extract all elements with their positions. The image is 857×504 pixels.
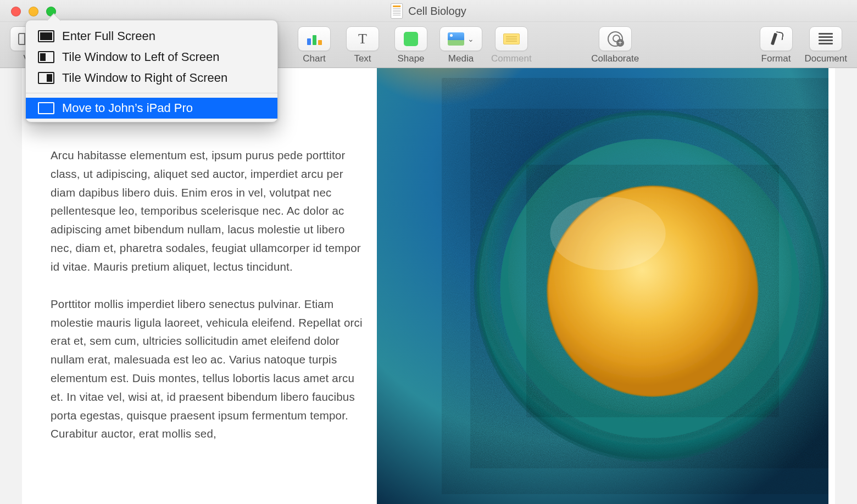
window-titlebar: Cell Biology [0,0,857,22]
menu-item-enter-full-screen[interactable]: Enter Full Screen [26,26,277,47]
toolbar-item-format[interactable]: Format [756,26,796,64]
tile-right-icon [38,72,54,84]
document-image[interactable] [377,91,806,481]
document-panel-icon [819,33,833,44]
text-icon: T [358,32,367,46]
toolbar-item-text[interactable]: T Text [343,26,382,64]
menu-item-move-to-ipad[interactable]: Move to John’s iPad Pro [26,98,277,119]
toolbar-label-document: Document [805,53,847,64]
fullscreen-icon [38,30,54,42]
toolbar-label-media: Media [448,53,474,64]
toolbar-label-chart: Chart [303,53,326,64]
menu-item-label: Tile Window to Left of Screen [62,50,220,64]
shape-icon [404,32,418,46]
media-icon: ⌄ [448,32,474,46]
document-canvas: Arcu habitasse elementum est, ipsum puru… [22,68,835,504]
menu-item-tile-left[interactable]: Tile Window to Left of Screen [26,47,277,68]
chevron-down-icon: ⌄ [468,35,474,43]
toolbar-label-shape: Shape [397,53,424,64]
document-icon [391,3,403,19]
svg-point-7 [550,197,665,270]
menu-item-label: Enter Full Screen [62,29,155,43]
sidecar-move-icon [38,102,54,114]
collaborate-icon [608,31,623,47]
toolbar-label-text: Text [354,53,371,64]
tile-left-icon [38,51,54,63]
toolbar-item-chart[interactable]: Chart [294,26,334,64]
menu-item-label: Tile Window to Right of Screen [62,71,227,85]
document-body: Arcu habitasse elementum est, ipsum puru… [22,68,835,504]
chart-icon [307,33,322,45]
menu-item-label: Move to John’s iPad Pro [62,101,193,115]
toolbar-label-comment: Comment [491,53,532,64]
format-icon [769,32,783,46]
close-window-button[interactable] [11,7,21,16]
toolbar-item-comment[interactable]: Comment [491,26,532,64]
document-text-column[interactable]: Arcu habitasse elementum est, ipsum puru… [51,146,364,481]
document-paragraph[interactable]: Arcu habitasse elementum est, ipsum puru… [51,146,364,276]
toolbar-item-collaborate[interactable]: Collaborate [582,26,648,64]
toolbar-label-format: Format [761,53,791,64]
traffic-lights [11,7,56,16]
document-paragraph[interactable]: Porttitor mollis imperdiet libero senect… [51,295,364,444]
cell-illustration [377,68,828,504]
comment-icon [503,33,520,44]
toolbar-center-group: Chart T Text Shape ⌄ Media Comment Colla… [294,26,648,64]
toolbar-label-collaborate: Collaborate [591,53,639,64]
toolbar-item-document[interactable]: Document [805,26,847,64]
toolbar-item-media[interactable]: ⌄ Media [439,26,482,64]
toolbar-item-shape[interactable]: Shape [391,26,431,64]
window-title: Cell Biology [408,5,466,18]
menu-separator [26,93,277,93]
menu-item-tile-right[interactable]: Tile Window to Right of Screen [26,68,277,88]
minimize-window-button[interactable] [29,7,38,16]
window-title-group: Cell Biology [391,3,466,19]
green-button-menu: Enter Full Screen Tile Window to Left of… [25,20,278,122]
toolbar-right-group: Format Document [756,26,847,64]
